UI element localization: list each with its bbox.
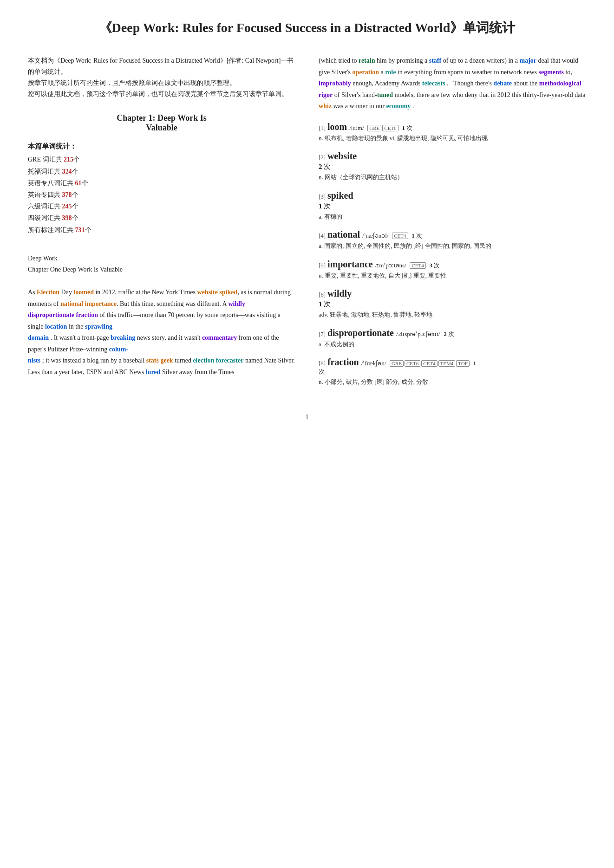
vocab-tags-4: CET4	[392, 233, 408, 239]
highlight-importance: importance	[85, 300, 117, 307]
highlight-tuned: tuned	[377, 91, 393, 98]
vocab-def-4: a. 国家的, 国立的, 全国性的, 民族的 [经] 全国性的, 国家的, 国民…	[319, 241, 586, 251]
highlight-domain: domain	[28, 334, 49, 341]
passage-chapter-title: Chapter One Deep Work Is Valuable	[28, 264, 295, 276]
chapter-title: Chapter 1: Deep Work IsValuable	[28, 113, 295, 133]
tag-tem4-8: TEM4	[438, 360, 456, 367]
highlight-sprawling: sprawling	[85, 323, 112, 330]
highlight-wildly: wildly	[228, 300, 245, 307]
vocab-entry-2: [2] website 2 次 n. 网站（全球资讯网的主机站）	[319, 151, 586, 182]
stats-section: 本篇单词统计： GRE 词汇共 215个 托福词汇共 324个 英语专八词汇共 …	[28, 142, 295, 235]
highlight-retain: retain	[359, 57, 375, 64]
stats-cet6: 六级词汇共 245个	[28, 201, 295, 212]
vocab-word-4: national	[327, 229, 362, 240]
passage-text: Deep Work Chapter One Deep Work Is Valua…	[28, 253, 295, 378]
highlight-fraction: fraction	[76, 311, 98, 318]
intro-text: 本文档为《Deep Work: Rules for Focused Succes…	[28, 55, 295, 99]
vocab-def-3: a. 有穗的	[319, 212, 586, 221]
vocab-word-1: loom	[327, 122, 349, 132]
tag-cet6-8: CET6	[405, 360, 420, 367]
highlight-stats: stats	[146, 357, 159, 364]
stats-cet4: 四级词汇共 398个	[28, 212, 295, 224]
vocab-pron-1: /luːm/	[349, 124, 364, 131]
vocab-def-8: n. 小部分, 破片, 分数 [医] 部分, 成分, 分散	[319, 377, 586, 387]
highlight-location: location	[45, 323, 67, 330]
vocab-def-5: n. 重要, 重要性, 重要地位, 自大 [机] 重要, 重要性	[319, 271, 586, 280]
vocab-tags-5: CET4	[410, 262, 425, 269]
highlight-disproportionate: disproportionate	[28, 311, 74, 318]
page-title: 《Deep Work: Rules for Focused Success in…	[28, 19, 586, 37]
vocab-num-5: [5]	[319, 262, 326, 269]
stats-toefl: 托福词汇共 324个	[28, 166, 295, 177]
tag-cet6-1: CET6	[382, 125, 398, 131]
highlight-national: national	[60, 300, 83, 307]
highlight-telecasts: telecasts	[422, 80, 445, 87]
vocab-def-1: n. 织布机, 若隐若现的景象 vi. 朦胧地出现, 隐约可见, 可怕地出现	[319, 134, 586, 143]
vocab-entry-1: [1] loom /luːm/ GRE CET6 1 次 n. 织布机, 若隐若…	[319, 122, 586, 143]
vocab-count-1: 1 次	[402, 124, 412, 131]
highlight-operation: operation	[353, 69, 379, 76]
vocab-entry-6: [6] wildly 1 次 adv. 狂暴地, 激动地, 狂热地, 鲁莽地, …	[319, 288, 586, 319]
left-column: 本文档为《Deep Work: Rules for Focused Succes…	[28, 55, 300, 395]
tag-gre-1: GRE	[367, 125, 381, 131]
vocab-word-8: fraction	[327, 357, 361, 367]
tag-cet4-5: CET4	[410, 262, 425, 269]
highlight-geek: geek	[160, 357, 173, 364]
highlight-website: website	[197, 289, 218, 296]
highlight-loomed: loomed	[73, 289, 94, 296]
vocab-pron-7: /.dɪsprəˈpɔːʃənɪt/	[396, 330, 440, 337]
highlight-spiked: spiked	[219, 289, 237, 296]
vocab-pron-8: /ˈfrækʃən/	[361, 360, 386, 367]
vocab-word-5: importance	[327, 259, 375, 269]
vocab-pron-5: /ɪmˈpɔːtəns/	[375, 262, 406, 269]
stats-tem8: 英语专八词汇共 61个	[28, 177, 295, 189]
vocab-tags-8: GRE CET6 CET4 TEM4 TOF	[390, 360, 470, 367]
vocab-entry-4: [4] national /ˈnæʃənəl/ CET4 1 次 a. 国家的,…	[319, 229, 586, 251]
tag-gre-8: GRE	[390, 360, 404, 367]
vocab-word-3: spiked	[327, 190, 353, 201]
vocab-def-7: a. 不成比例的	[319, 340, 586, 349]
highlight-major: major	[520, 57, 537, 64]
vocab-count-5: 3 次	[429, 262, 440, 269]
vocab-entry-5: [5] importance /ɪmˈpɔːtəns/ CET4 3 次 n. …	[319, 259, 586, 280]
right-column: (which tried to retain him by promising …	[314, 55, 586, 395]
stats-tem4: 英语专四共 378个	[28, 189, 295, 201]
highlight-commentary: commentary	[202, 334, 237, 341]
highlight-rigor: rigor	[319, 91, 333, 98]
vocab-num-3: [3]	[319, 193, 326, 200]
vocab-count-4: 1 次	[412, 232, 422, 239]
passage-continuation: (which tried to retain him by promising …	[319, 55, 586, 112]
highlight-breaking: breaking	[111, 334, 135, 341]
vocab-num-8: [8]	[319, 360, 326, 367]
highlight-election: Election	[37, 289, 59, 296]
highlight-segments: segments	[539, 69, 564, 76]
stats-title: 本篇单词统计：	[28, 142, 295, 151]
highlight-staff: staff	[429, 57, 441, 64]
vocab-pron-4: /ˈnæʃənəl/	[362, 232, 389, 239]
stats-gre: GRE 词汇共 215个	[28, 154, 295, 165]
tag-cet4-4: CET4	[392, 233, 408, 239]
highlight-election-forecaster: election forecaster	[193, 357, 243, 364]
vocab-count-7: 2 次	[444, 330, 454, 337]
vocab-num-7: [7]	[319, 330, 326, 337]
highlight-methodological: methodological	[539, 80, 581, 87]
highlight-improbably: improbably	[319, 80, 351, 87]
vocab-num-1: [1]	[319, 124, 326, 131]
vocab-def-6: adv. 狂暴地, 激动地, 狂热地, 鲁莽地, 轻率地	[319, 310, 586, 319]
highlight-role: role	[385, 69, 396, 76]
tag-tof-8: TOF	[456, 360, 470, 367]
highlight-debate: debate	[493, 80, 512, 87]
vocab-word-6: wildly	[327, 288, 352, 298]
vocab-num-2: [2]	[319, 154, 326, 161]
vocab-entry-8: [8] fraction /ˈfrækʃən/ GRE CET6 CET4 TE…	[319, 357, 586, 387]
highlight-lured: lured	[146, 369, 161, 376]
page-number: 1	[28, 414, 586, 421]
highlight-whiz: whiz	[319, 103, 332, 110]
vocab-word-7: disproportionate	[327, 328, 396, 338]
vocab-def-2: n. 网站（全球资讯网的主机站）	[319, 173, 586, 182]
tag-cet4-8: CET4	[421, 360, 437, 367]
vocab-tags-1: GRE CET6	[367, 125, 398, 131]
passage-book-title: Deep Work	[28, 253, 295, 265]
vocab-num-6: [6]	[319, 291, 326, 298]
vocab-num-4: [4]	[319, 232, 326, 239]
